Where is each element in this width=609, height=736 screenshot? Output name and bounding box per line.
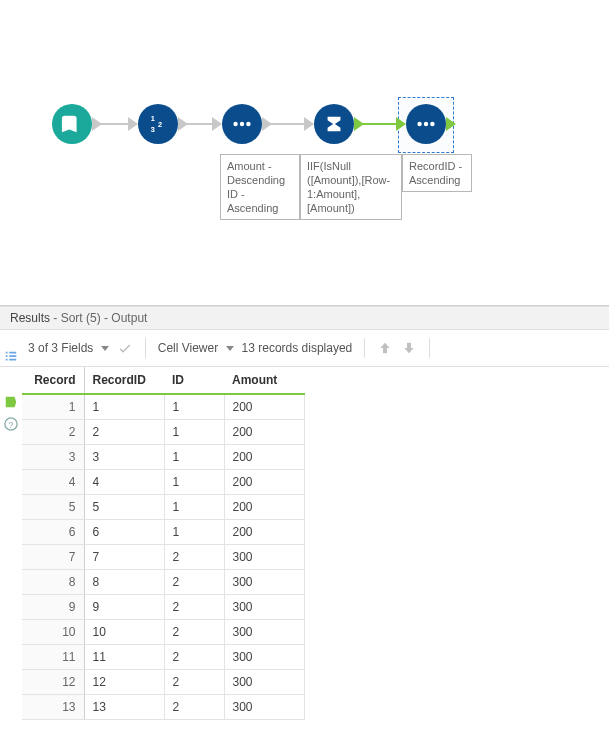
col-amount[interactable]: Amount xyxy=(224,367,304,394)
cell-id[interactable]: 2 xyxy=(164,645,224,670)
help-icon[interactable]: ? xyxy=(3,416,19,432)
cell-recordid[interactable]: 9 xyxy=(84,595,164,620)
cell-id[interactable]: 1 xyxy=(164,445,224,470)
cell-amount[interactable]: 200 xyxy=(224,470,304,495)
cell-amount[interactable]: 300 xyxy=(224,620,304,645)
row-number: 6 xyxy=(22,520,84,545)
results-toolbar: 3 of 3 Fields Cell Viewer 13 records dis… xyxy=(0,330,609,367)
formula-icon xyxy=(323,113,345,135)
table-row[interactable]: 661200 xyxy=(22,520,304,545)
tool-annotation: IIF(IsNull ([Amount]),[Row- 1:Amount], [… xyxy=(300,154,402,220)
cell-id[interactable]: 2 xyxy=(164,670,224,695)
results-pane: Results - Sort (5) - Output 3 of 3 Field… xyxy=(0,305,609,720)
cell-id[interactable]: 1 xyxy=(164,470,224,495)
cell-id[interactable]: 2 xyxy=(164,545,224,570)
table-row[interactable]: 11112300 xyxy=(22,645,304,670)
results-badge-icon[interactable] xyxy=(3,394,19,410)
results-table[interactable]: Record RecordID ID Amount 11120022120033… xyxy=(22,367,305,720)
cell-recordid[interactable]: 2 xyxy=(84,420,164,445)
table-row[interactable]: 10102300 xyxy=(22,620,304,645)
table-row[interactable]: 13132300 xyxy=(22,695,304,720)
separator xyxy=(145,338,146,358)
col-record[interactable]: Record xyxy=(22,367,84,394)
svg-text:1: 1 xyxy=(151,114,155,123)
cell-amount[interactable]: 200 xyxy=(224,420,304,445)
col-recordid[interactable]: RecordID xyxy=(84,367,164,394)
svg-point-3 xyxy=(233,122,237,126)
cell-recordid[interactable]: 5 xyxy=(84,495,164,520)
cell-recordid[interactable]: 6 xyxy=(84,520,164,545)
results-header: Results - Sort (5) - Output xyxy=(0,306,609,330)
cell-amount[interactable]: 300 xyxy=(224,695,304,720)
row-number: 3 xyxy=(22,445,84,470)
workflow-canvas[interactable]: 123 Amount - Descending ID - Ascending I… xyxy=(0,0,609,305)
table-row[interactable]: 12122300 xyxy=(22,670,304,695)
cell-id[interactable]: 2 xyxy=(164,620,224,645)
cell-id[interactable]: 1 xyxy=(164,520,224,545)
tool-annotation: Amount - Descending ID - Ascending xyxy=(220,154,300,220)
cell-recordid[interactable]: 8 xyxy=(84,570,164,595)
fields-label: 3 of 3 Fields xyxy=(28,341,93,355)
row-number: 4 xyxy=(22,470,84,495)
cell-id[interactable]: 1 xyxy=(164,495,224,520)
cell-amount[interactable]: 300 xyxy=(224,670,304,695)
cell-id[interactable]: 1 xyxy=(164,394,224,420)
results-title: Results xyxy=(10,311,50,325)
dots-icon xyxy=(231,113,253,135)
cell-recordid[interactable]: 13 xyxy=(84,695,164,720)
cell-recordid[interactable]: 1 xyxy=(84,394,164,420)
text-input-tool[interactable] xyxy=(52,104,92,144)
table-row[interactable]: 882300 xyxy=(22,570,304,595)
row-number: 8 xyxy=(22,570,84,595)
fields-dropdown[interactable]: 3 of 3 Fields xyxy=(28,341,109,355)
cell-id[interactable]: 2 xyxy=(164,595,224,620)
col-id[interactable]: ID xyxy=(164,367,224,394)
cell-amount[interactable]: 200 xyxy=(224,495,304,520)
svg-text:3: 3 xyxy=(151,125,155,134)
table-row[interactable]: 992300 xyxy=(22,595,304,620)
recordid-tool[interactable]: 123 xyxy=(138,104,178,144)
cell-id[interactable]: 2 xyxy=(164,570,224,595)
cell-amount[interactable]: 200 xyxy=(224,445,304,470)
cell-viewer-dropdown[interactable]: Cell Viewer xyxy=(158,341,234,355)
table-row[interactable]: 551200 xyxy=(22,495,304,520)
table-row[interactable]: 111200 xyxy=(22,394,304,420)
cell-amount[interactable]: 300 xyxy=(224,570,304,595)
arrow-down-icon[interactable] xyxy=(401,340,417,356)
cell-amount[interactable]: 300 xyxy=(224,595,304,620)
sort-tool-selected[interactable] xyxy=(406,104,446,144)
svg-point-4 xyxy=(240,122,244,126)
separator xyxy=(364,338,365,358)
records-displayed: 13 records displayed xyxy=(242,341,353,355)
list-icon[interactable] xyxy=(3,348,19,364)
cell-recordid[interactable]: 3 xyxy=(84,445,164,470)
check-icon[interactable] xyxy=(117,340,133,356)
results-subtitle: - Sort (5) - Output xyxy=(53,311,147,325)
tool-annotation: RecordID - Ascending xyxy=(402,154,472,192)
separator xyxy=(429,338,430,358)
row-number: 12 xyxy=(22,670,84,695)
table-row[interactable]: 772300 xyxy=(22,545,304,570)
cell-id[interactable]: 1 xyxy=(164,420,224,445)
cell-amount[interactable]: 300 xyxy=(224,545,304,570)
svg-point-8 xyxy=(430,122,434,126)
cell-amount[interactable]: 200 xyxy=(224,394,304,420)
cell-amount[interactable]: 200 xyxy=(224,520,304,545)
row-number: 10 xyxy=(22,620,84,645)
sort-tool[interactable] xyxy=(222,104,262,144)
multirow-formula-tool[interactable] xyxy=(314,104,354,144)
cell-recordid[interactable]: 10 xyxy=(84,620,164,645)
cell-id[interactable]: 2 xyxy=(164,695,224,720)
table-row[interactable]: 441200 xyxy=(22,470,304,495)
cell-amount[interactable]: 300 xyxy=(224,645,304,670)
table-row[interactable]: 331200 xyxy=(22,445,304,470)
svg-point-7 xyxy=(424,122,428,126)
table-row[interactable]: 221200 xyxy=(22,420,304,445)
numbers-icon: 123 xyxy=(147,113,169,135)
cell-recordid[interactable]: 4 xyxy=(84,470,164,495)
cell-recordid[interactable]: 7 xyxy=(84,545,164,570)
arrow-up-icon[interactable] xyxy=(377,340,393,356)
table-header-row: Record RecordID ID Amount xyxy=(22,367,304,394)
cell-recordid[interactable]: 11 xyxy=(84,645,164,670)
cell-recordid[interactable]: 12 xyxy=(84,670,164,695)
